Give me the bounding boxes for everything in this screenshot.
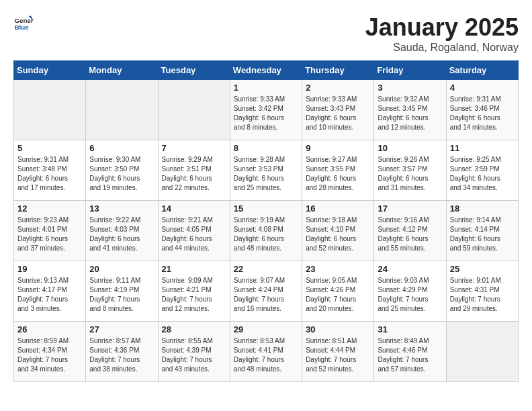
calendar-cell: 28Sunrise: 8:55 AM Sunset: 4:39 PM Dayli…: [158, 322, 230, 382]
calendar-cell: 9Sunrise: 9:27 AM Sunset: 3:55 PM Daylig…: [302, 140, 374, 201]
day-info: Sunrise: 8:53 AM Sunset: 4:41 PM Dayligh…: [234, 336, 298, 374]
calendar-cell: 13Sunrise: 9:22 AM Sunset: 4:03 PM Dayli…: [86, 201, 158, 261]
day-number: 19: [17, 264, 82, 274]
day-info: Sunrise: 9:09 AM Sunset: 4:21 PM Dayligh…: [162, 276, 226, 314]
calendar-cell: 11Sunrise: 9:25 AM Sunset: 3:59 PM Dayli…: [446, 140, 518, 201]
calendar-cell: [446, 322, 518, 382]
day-number: 10: [378, 143, 442, 153]
day-number: 23: [306, 264, 370, 274]
calendar-week-row: 26Sunrise: 8:59 AM Sunset: 4:34 PM Dayli…: [14, 322, 519, 382]
day-number: 30: [306, 324, 370, 334]
header-day-tuesday: Tuesday: [158, 61, 230, 80]
calendar-cell: 6Sunrise: 9:30 AM Sunset: 3:50 PM Daylig…: [86, 140, 158, 201]
day-info: Sunrise: 8:49 AM Sunset: 4:46 PM Dayligh…: [378, 336, 442, 374]
day-number: 12: [17, 203, 82, 214]
calendar-cell: 15Sunrise: 9:19 AM Sunset: 4:08 PM Dayli…: [230, 201, 302, 261]
calendar-cell: 29Sunrise: 8:53 AM Sunset: 4:41 PM Dayli…: [230, 322, 302, 382]
calendar-cell: 31Sunrise: 8:49 AM Sunset: 4:46 PM Dayli…: [374, 322, 446, 382]
day-number: 31: [378, 324, 442, 334]
day-info: Sunrise: 9:01 AM Sunset: 4:31 PM Dayligh…: [450, 276, 515, 314]
day-number: 29: [234, 324, 298, 334]
calendar-cell: 25Sunrise: 9:01 AM Sunset: 4:31 PM Dayli…: [446, 261, 518, 322]
logo: General Blue: [13, 13, 34, 34]
day-info: Sunrise: 9:29 AM Sunset: 3:51 PM Dayligh…: [162, 155, 226, 193]
day-number: 9: [306, 143, 370, 153]
day-info: Sunrise: 9:31 AM Sunset: 3:46 PM Dayligh…: [450, 95, 515, 132]
day-info: Sunrise: 9:18 AM Sunset: 4:10 PM Dayligh…: [306, 216, 370, 253]
day-info: Sunrise: 8:55 AM Sunset: 4:39 PM Dayligh…: [162, 336, 226, 374]
calendar-cell: 17Sunrise: 9:16 AM Sunset: 4:12 PM Dayli…: [374, 201, 446, 261]
day-number: 24: [378, 264, 442, 274]
header-day-monday: Monday: [86, 61, 158, 80]
day-info: Sunrise: 9:05 AM Sunset: 4:26 PM Dayligh…: [306, 276, 370, 314]
day-info: Sunrise: 8:51 AM Sunset: 4:44 PM Dayligh…: [306, 336, 370, 374]
calendar-cell: 1Sunrise: 9:33 AM Sunset: 3:42 PM Daylig…: [230, 80, 302, 140]
day-number: 5: [17, 143, 82, 153]
day-info: Sunrise: 9:27 AM Sunset: 3:55 PM Dayligh…: [306, 155, 370, 193]
calendar-header-row: SundayMondayTuesdayWednesdayThursdayFrid…: [14, 61, 519, 80]
day-info: Sunrise: 9:32 AM Sunset: 3:45 PM Dayligh…: [378, 95, 442, 132]
day-number: 7: [162, 143, 226, 153]
day-info: Sunrise: 9:13 AM Sunset: 4:17 PM Dayligh…: [17, 276, 82, 314]
day-info: Sunrise: 9:11 AM Sunset: 4:19 PM Dayligh…: [89, 276, 154, 314]
day-number: 18: [450, 203, 515, 214]
calendar-cell: 12Sunrise: 9:23 AM Sunset: 4:01 PM Dayli…: [14, 201, 86, 261]
day-number: 27: [89, 324, 154, 334]
day-number: 16: [306, 203, 370, 214]
calendar-cell: 16Sunrise: 9:18 AM Sunset: 4:10 PM Dayli…: [302, 201, 374, 261]
day-number: 14: [162, 203, 226, 214]
calendar-week-row: 12Sunrise: 9:23 AM Sunset: 4:01 PM Dayli…: [14, 201, 519, 261]
calendar-cell: [14, 80, 86, 140]
day-info: Sunrise: 9:31 AM Sunset: 3:48 PM Dayligh…: [17, 155, 82, 193]
calendar-week-row: 19Sunrise: 9:13 AM Sunset: 4:17 PM Dayli…: [14, 261, 519, 322]
day-info: Sunrise: 9:25 AM Sunset: 3:59 PM Dayligh…: [450, 155, 515, 193]
day-number: 4: [450, 83, 515, 93]
day-number: 6: [89, 143, 154, 153]
day-number: 2: [306, 83, 370, 93]
day-number: 28: [162, 324, 226, 334]
calendar-cell: 21Sunrise: 9:09 AM Sunset: 4:21 PM Dayli…: [158, 261, 230, 322]
day-number: 17: [378, 203, 442, 214]
header-day-wednesday: Wednesday: [230, 61, 302, 80]
calendar-cell: 8Sunrise: 9:28 AM Sunset: 3:53 PM Daylig…: [230, 140, 302, 201]
calendar-cell: 22Sunrise: 9:07 AM Sunset: 4:24 PM Dayli…: [230, 261, 302, 322]
day-info: Sunrise: 9:30 AM Sunset: 3:50 PM Dayligh…: [89, 155, 154, 193]
day-info: Sunrise: 9:23 AM Sunset: 4:01 PM Dayligh…: [17, 216, 82, 253]
calendar-cell: 10Sunrise: 9:26 AM Sunset: 3:57 PM Dayli…: [374, 140, 446, 201]
calendar-cell: 19Sunrise: 9:13 AM Sunset: 4:17 PM Dayli…: [14, 261, 86, 322]
header-day-thursday: Thursday: [302, 61, 374, 80]
day-number: 25: [450, 264, 515, 274]
day-info: Sunrise: 9:14 AM Sunset: 4:14 PM Dayligh…: [450, 216, 515, 253]
day-number: 22: [234, 264, 298, 274]
day-number: 15: [234, 203, 298, 214]
calendar-week-row: 1Sunrise: 9:33 AM Sunset: 3:42 PM Daylig…: [14, 80, 519, 140]
calendar-cell: 14Sunrise: 9:21 AM Sunset: 4:05 PM Dayli…: [158, 201, 230, 261]
calendar-cell: 18Sunrise: 9:14 AM Sunset: 4:14 PM Dayli…: [446, 201, 518, 261]
calendar-cell: 4Sunrise: 9:31 AM Sunset: 3:46 PM Daylig…: [446, 80, 518, 140]
calendar-table: SundayMondayTuesdayWednesdayThursdayFrid…: [13, 60, 519, 382]
day-info: Sunrise: 9:28 AM Sunset: 3:53 PM Dayligh…: [234, 155, 298, 193]
header-day-sunday: Sunday: [14, 61, 86, 80]
calendar-cell: 26Sunrise: 8:59 AM Sunset: 4:34 PM Dayli…: [14, 322, 86, 382]
calendar-cell: 23Sunrise: 9:05 AM Sunset: 4:26 PM Dayli…: [302, 261, 374, 322]
title-section: January 2025 Sauda, Rogaland, Norway: [365, 13, 519, 54]
calendar-cell: 20Sunrise: 9:11 AM Sunset: 4:19 PM Dayli…: [86, 261, 158, 322]
day-info: Sunrise: 8:57 AM Sunset: 4:36 PM Dayligh…: [89, 336, 154, 374]
day-number: 21: [162, 264, 226, 274]
day-info: Sunrise: 9:19 AM Sunset: 4:08 PM Dayligh…: [234, 216, 298, 253]
calendar-cell: 5Sunrise: 9:31 AM Sunset: 3:48 PM Daylig…: [14, 140, 86, 201]
header: General Blue January 2025 Sauda, Rogalan…: [13, 13, 519, 54]
header-day-friday: Friday: [374, 61, 446, 80]
day-info: Sunrise: 9:21 AM Sunset: 4:05 PM Dayligh…: [162, 216, 226, 253]
calendar-week-row: 5Sunrise: 9:31 AM Sunset: 3:48 PM Daylig…: [14, 140, 519, 201]
day-number: 26: [17, 324, 82, 334]
calendar-cell: [158, 80, 230, 140]
calendar-cell: 24Sunrise: 9:03 AM Sunset: 4:29 PM Dayli…: [374, 261, 446, 322]
header-day-saturday: Saturday: [446, 61, 518, 80]
day-number: 20: [89, 264, 154, 274]
day-number: 11: [450, 143, 515, 153]
day-info: Sunrise: 8:59 AM Sunset: 4:34 PM Dayligh…: [17, 336, 82, 374]
calendar-cell: 3Sunrise: 9:32 AM Sunset: 3:45 PM Daylig…: [374, 80, 446, 140]
day-number: 3: [378, 83, 442, 93]
calendar-cell: 30Sunrise: 8:51 AM Sunset: 4:44 PM Dayli…: [302, 322, 374, 382]
